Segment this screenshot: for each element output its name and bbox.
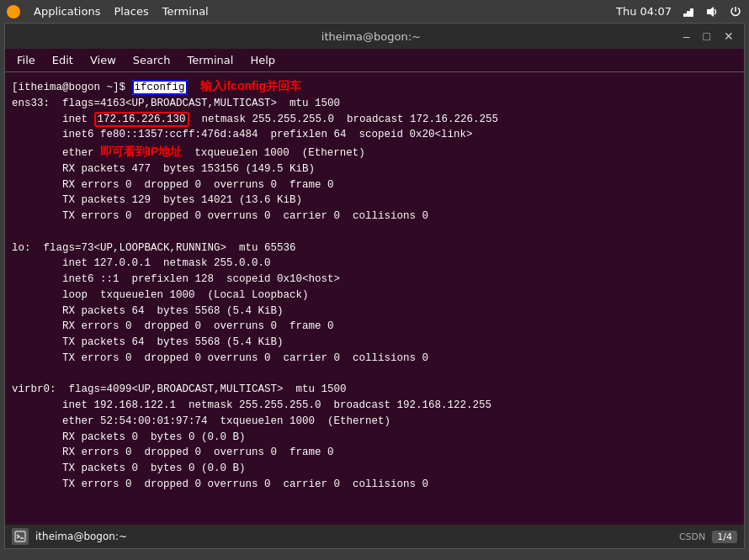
close-button[interactable]: ✕	[720, 29, 737, 43]
terminal-menu[interactable]: Terminal	[162, 5, 209, 18]
system-bar-left: Applications Places Terminal	[7, 5, 209, 18]
arch-logo-icon	[7, 5, 20, 18]
ip-address: 172.16.226.130	[94, 112, 189, 127]
annotation-ip-label: 即可看到IP地址	[100, 145, 182, 158]
menu-terminal[interactable]: Terminal	[180, 52, 240, 68]
terminal-status-icon	[12, 528, 29, 545]
network-icon	[682, 5, 695, 18]
status-app-label: itheima@bogon:~	[35, 531, 127, 542]
menu-view[interactable]: View	[83, 52, 123, 68]
page-indicator: 1/4	[712, 531, 737, 543]
system-time: Thu 04:07	[616, 5, 672, 18]
volume-icon	[705, 5, 719, 18]
terminal-output: [itheima@bogon ~]$ ifconfig 输入ifconfig并回…	[12, 77, 737, 493]
menu-bar: File Edit View Search Terminal Help	[5, 49, 744, 72]
system-bar: Applications Places Terminal Thu 04:07	[0, 0, 749, 23]
status-source: CSDN	[679, 531, 705, 542]
title-bar: itheima@bogon:~ – □ ✕	[5, 24, 744, 49]
svg-rect-0	[683, 13, 687, 17]
svg-marker-3	[707, 7, 714, 17]
status-left: itheima@bogon:~	[12, 528, 127, 545]
annotation-ifconfig: 输入ifconfig并回车	[200, 79, 302, 92]
terminal-body[interactable]: [itheima@bogon ~]$ ifconfig 输入ifconfig并回…	[5, 72, 744, 525]
terminal-icon	[14, 531, 26, 542]
svg-rect-2	[690, 8, 693, 17]
menu-edit[interactable]: Edit	[45, 52, 80, 68]
terminal-window: itheima@bogon:~ – □ ✕ File Edit View Sea…	[4, 23, 745, 549]
minimize-button[interactable]: –	[680, 29, 693, 43]
status-bar: itheima@bogon:~ CSDN 1/4	[5, 525, 744, 548]
system-bar-right: Thu 04:07	[616, 5, 742, 18]
power-icon[interactable]	[729, 5, 742, 18]
maximize-button[interactable]: □	[700, 29, 714, 43]
command-text: ifconfig	[132, 80, 188, 95]
menu-search[interactable]: Search	[126, 52, 178, 68]
prompt: [itheima@bogon ~]$	[12, 82, 132, 93]
places-menu[interactable]: Places	[114, 5, 148, 18]
window-controls: – □ ✕	[680, 29, 737, 43]
window-title: itheima@bogon:~	[62, 30, 680, 43]
applications-menu[interactable]: Applications	[34, 5, 100, 18]
svg-rect-1	[687, 11, 690, 17]
status-right: CSDN 1/4	[679, 531, 737, 543]
menu-file[interactable]: File	[10, 52, 42, 68]
menu-help[interactable]: Help	[243, 52, 282, 68]
